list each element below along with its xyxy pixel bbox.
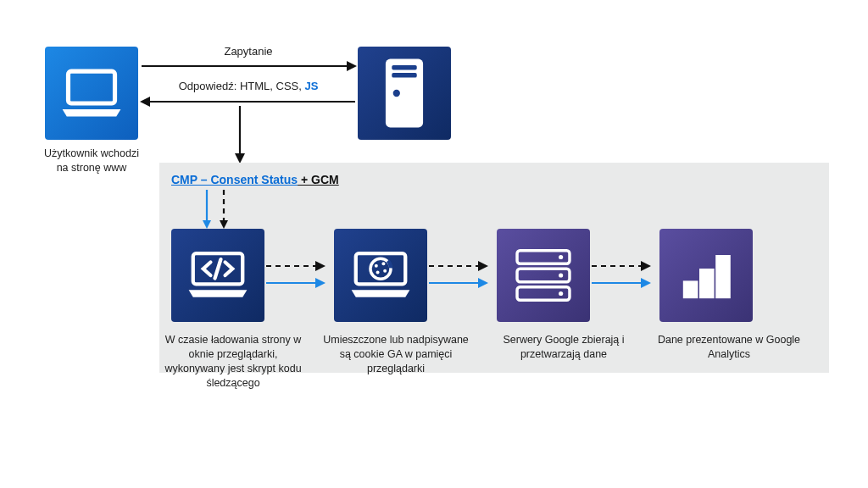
svg-rect-2 — [392, 65, 416, 70]
flow-arrows — [170, 254, 823, 305]
svg-rect-0 — [68, 71, 114, 103]
request-arrow — [140, 59, 357, 73]
stage-caption: W czasie ładowania strony w oknie przegl… — [159, 333, 307, 391]
stage-caption: Dane prezentowane w Google Analytics — [654, 333, 804, 391]
down-arrow — [233, 104, 247, 164]
response-label: Odpowiedź: HTML, CSS, JS — [142, 80, 354, 92]
svg-marker-35 — [315, 278, 326, 288]
svg-marker-37 — [478, 261, 488, 271]
svg-marker-14 — [220, 220, 228, 229]
stage-caption: Umieszczone lub nadpisywane są cookie GA… — [319, 333, 473, 391]
svg-marker-8 — [140, 97, 150, 107]
svg-marker-41 — [641, 261, 651, 271]
stage-captions: W czasie ładowania strony w oknie przegl… — [159, 333, 829, 391]
svg-marker-43 — [641, 278, 651, 288]
svg-marker-12 — [203, 220, 211, 229]
svg-marker-6 — [347, 61, 357, 71]
lower-title: CMP – Consent Status + GCM — [171, 173, 817, 186]
server-tower-icon — [371, 54, 437, 132]
client-tile — [45, 47, 138, 140]
svg-point-4 — [393, 90, 400, 97]
response-arrow — [140, 95, 357, 108]
request-label: Zapytanie — [142, 45, 354, 58]
title-down-arrows — [200, 188, 234, 229]
svg-rect-3 — [392, 73, 416, 78]
stage-caption: Serwery Google zbierają i przetwarzają d… — [485, 333, 643, 391]
svg-marker-39 — [478, 278, 488, 288]
laptop-icon — [55, 57, 128, 130]
server-tile — [358, 47, 451, 140]
cmp-link[interactable]: CMP – Consent Status — [171, 173, 298, 186]
svg-marker-33 — [315, 261, 326, 271]
response-prefix: Odpowiedź: HTML, CSS, — [179, 80, 305, 92]
gcm-suffix: + GCM — [298, 173, 339, 186]
client-caption: Użytkownik wchodzi na stronę www — [41, 147, 142, 175]
response-js: JS — [304, 80, 318, 92]
